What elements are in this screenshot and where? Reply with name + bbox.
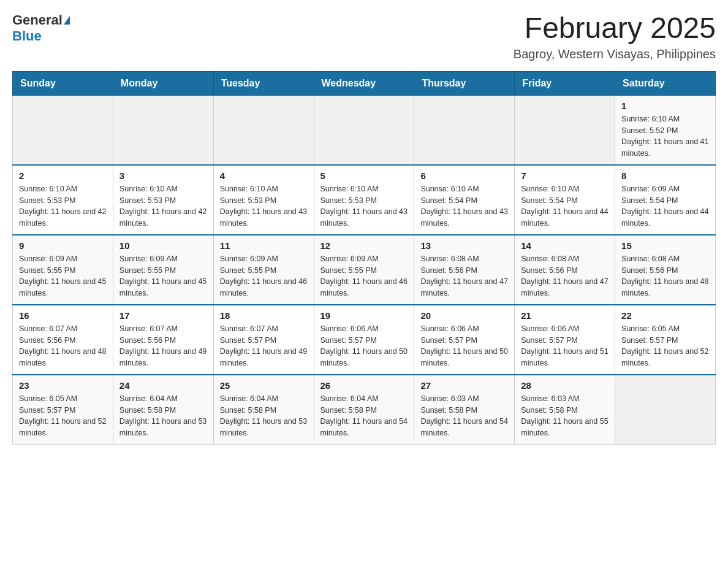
calendar-day-cell: 6Sunrise: 6:10 AM Sunset: 5:54 PM Daylig…	[414, 165, 515, 235]
day-info: Sunrise: 6:04 AM Sunset: 5:58 PM Dayligh…	[220, 393, 308, 439]
day-info: Sunrise: 6:09 AM Sunset: 5:55 PM Dayligh…	[320, 253, 408, 299]
day-number: 22	[621, 310, 709, 321]
weekday-header-saturday: Saturday	[615, 71, 716, 95]
calendar-day-cell: 24Sunrise: 6:04 AM Sunset: 5:58 PM Dayli…	[113, 375, 213, 445]
day-number: 11	[220, 240, 308, 251]
weekday-header-friday: Friday	[515, 71, 615, 95]
calendar-day-cell: 17Sunrise: 6:07 AM Sunset: 5:56 PM Dayli…	[113, 305, 213, 375]
day-number: 3	[119, 170, 207, 181]
calendar-day-cell: 27Sunrise: 6:03 AM Sunset: 5:58 PM Dayli…	[414, 375, 515, 445]
logo-triangle-icon	[64, 16, 70, 25]
day-info: Sunrise: 6:03 AM Sunset: 5:58 PM Dayligh…	[420, 393, 508, 439]
calendar-day-cell: 18Sunrise: 6:07 AM Sunset: 5:57 PM Dayli…	[213, 305, 314, 375]
calendar-week-row: 9Sunrise: 6:09 AM Sunset: 5:55 PM Daylig…	[13, 235, 716, 305]
day-number: 18	[220, 310, 308, 321]
day-number: 15	[621, 240, 709, 251]
calendar-week-row: 16Sunrise: 6:07 AM Sunset: 5:56 PM Dayli…	[13, 305, 716, 375]
day-number: 5	[320, 170, 408, 181]
day-number: 2	[19, 170, 107, 181]
calendar-day-cell	[615, 375, 716, 445]
calendar-day-cell	[414, 95, 515, 165]
day-info: Sunrise: 6:09 AM Sunset: 5:54 PM Dayligh…	[621, 183, 709, 229]
title-section: February 2025 Bagroy, Western Visayas, P…	[514, 12, 716, 61]
calendar-day-cell: 4Sunrise: 6:10 AM Sunset: 5:53 PM Daylig…	[213, 165, 314, 235]
day-info: Sunrise: 6:04 AM Sunset: 5:58 PM Dayligh…	[119, 393, 207, 439]
calendar-week-row: 23Sunrise: 6:05 AM Sunset: 5:57 PM Dayli…	[13, 375, 716, 445]
day-info: Sunrise: 6:05 AM Sunset: 5:57 PM Dayligh…	[621, 323, 709, 369]
day-info: Sunrise: 6:07 AM Sunset: 5:56 PM Dayligh…	[119, 323, 207, 369]
calendar-day-cell: 12Sunrise: 6:09 AM Sunset: 5:55 PM Dayli…	[314, 235, 414, 305]
day-number: 7	[521, 170, 609, 181]
day-number: 10	[119, 240, 207, 251]
day-number: 26	[320, 380, 408, 391]
calendar-day-cell	[314, 95, 414, 165]
calendar-day-cell	[13, 95, 113, 165]
day-info: Sunrise: 6:03 AM Sunset: 5:58 PM Dayligh…	[521, 393, 609, 439]
day-number: 20	[420, 310, 508, 321]
calendar-day-cell: 11Sunrise: 6:09 AM Sunset: 5:55 PM Dayli…	[213, 235, 314, 305]
day-info: Sunrise: 6:06 AM Sunset: 5:57 PM Dayligh…	[420, 323, 508, 369]
calendar-day-cell: 28Sunrise: 6:03 AM Sunset: 5:58 PM Dayli…	[515, 375, 615, 445]
day-number: 13	[420, 240, 508, 251]
weekday-header-wednesday: Wednesday	[314, 71, 414, 95]
calendar-day-cell: 2Sunrise: 6:10 AM Sunset: 5:53 PM Daylig…	[13, 165, 113, 235]
calendar-day-cell: 10Sunrise: 6:09 AM Sunset: 5:55 PM Dayli…	[113, 235, 213, 305]
day-info: Sunrise: 6:10 AM Sunset: 5:53 PM Dayligh…	[119, 183, 207, 229]
weekday-header-thursday: Thursday	[414, 71, 515, 95]
logo-general-text: General	[12, 12, 63, 28]
calendar-day-cell: 26Sunrise: 6:04 AM Sunset: 5:58 PM Dayli…	[314, 375, 414, 445]
day-number: 28	[521, 380, 609, 391]
day-number: 4	[220, 170, 308, 181]
page-header: General Blue February 2025 Bagroy, Weste…	[12, 12, 716, 61]
calendar-day-cell: 23Sunrise: 6:05 AM Sunset: 5:57 PM Dayli…	[13, 375, 113, 445]
calendar-week-row: 2Sunrise: 6:10 AM Sunset: 5:53 PM Daylig…	[13, 165, 716, 235]
day-info: Sunrise: 6:10 AM Sunset: 5:54 PM Dayligh…	[521, 183, 609, 229]
calendar-day-cell: 1Sunrise: 6:10 AM Sunset: 5:52 PM Daylig…	[615, 95, 716, 165]
day-number: 8	[621, 170, 709, 181]
month-year-title: February 2025	[514, 12, 716, 45]
day-info: Sunrise: 6:08 AM Sunset: 5:56 PM Dayligh…	[621, 253, 709, 299]
day-info: Sunrise: 6:07 AM Sunset: 5:57 PM Dayligh…	[220, 323, 308, 369]
calendar-day-cell: 5Sunrise: 6:10 AM Sunset: 5:53 PM Daylig…	[314, 165, 414, 235]
day-info: Sunrise: 6:06 AM Sunset: 5:57 PM Dayligh…	[320, 323, 408, 369]
location-subtitle: Bagroy, Western Visayas, Philippines	[514, 47, 716, 61]
day-number: 1	[621, 101, 709, 111]
day-number: 23	[19, 380, 107, 391]
day-info: Sunrise: 6:08 AM Sunset: 5:56 PM Dayligh…	[521, 253, 609, 299]
calendar-day-cell: 15Sunrise: 6:08 AM Sunset: 5:56 PM Dayli…	[615, 235, 716, 305]
day-info: Sunrise: 6:09 AM Sunset: 5:55 PM Dayligh…	[220, 253, 308, 299]
day-number: 25	[220, 380, 308, 391]
calendar-day-cell: 21Sunrise: 6:06 AM Sunset: 5:57 PM Dayli…	[515, 305, 615, 375]
day-info: Sunrise: 6:10 AM Sunset: 5:54 PM Dayligh…	[420, 183, 508, 229]
day-number: 6	[420, 170, 508, 181]
calendar-day-cell	[213, 95, 314, 165]
day-number: 24	[119, 380, 207, 391]
logo-blue-text: Blue	[12, 28, 42, 44]
calendar-day-cell: 3Sunrise: 6:10 AM Sunset: 5:53 PM Daylig…	[113, 165, 213, 235]
calendar-week-row: 1Sunrise: 6:10 AM Sunset: 5:52 PM Daylig…	[13, 95, 716, 165]
weekday-header-monday: Monday	[113, 71, 213, 95]
weekday-header-row: SundayMondayTuesdayWednesdayThursdayFrid…	[13, 71, 716, 95]
calendar-day-cell	[515, 95, 615, 165]
day-number: 14	[521, 240, 609, 251]
calendar-day-cell: 25Sunrise: 6:04 AM Sunset: 5:58 PM Dayli…	[213, 375, 314, 445]
calendar-day-cell: 22Sunrise: 6:05 AM Sunset: 5:57 PM Dayli…	[615, 305, 716, 375]
day-info: Sunrise: 6:10 AM Sunset: 5:53 PM Dayligh…	[19, 183, 107, 229]
calendar-day-cell: 16Sunrise: 6:07 AM Sunset: 5:56 PM Dayli…	[13, 305, 113, 375]
weekday-header-sunday: Sunday	[13, 71, 113, 95]
day-info: Sunrise: 6:10 AM Sunset: 5:53 PM Dayligh…	[220, 183, 308, 229]
calendar-day-cell: 14Sunrise: 6:08 AM Sunset: 5:56 PM Dayli…	[515, 235, 615, 305]
logo: General Blue	[12, 12, 70, 44]
calendar-day-cell	[113, 95, 213, 165]
day-info: Sunrise: 6:10 AM Sunset: 5:53 PM Dayligh…	[320, 183, 408, 229]
day-number: 16	[19, 310, 107, 321]
calendar-table: SundayMondayTuesdayWednesdayThursdayFrid…	[12, 71, 716, 445]
day-number: 9	[19, 240, 107, 251]
weekday-header-tuesday: Tuesday	[213, 71, 314, 95]
day-number: 27	[420, 380, 508, 391]
calendar-day-cell: 13Sunrise: 6:08 AM Sunset: 5:56 PM Dayli…	[414, 235, 515, 305]
calendar-day-cell: 7Sunrise: 6:10 AM Sunset: 5:54 PM Daylig…	[515, 165, 615, 235]
day-number: 19	[320, 310, 408, 321]
day-number: 21	[521, 310, 609, 321]
day-number: 17	[119, 310, 207, 321]
